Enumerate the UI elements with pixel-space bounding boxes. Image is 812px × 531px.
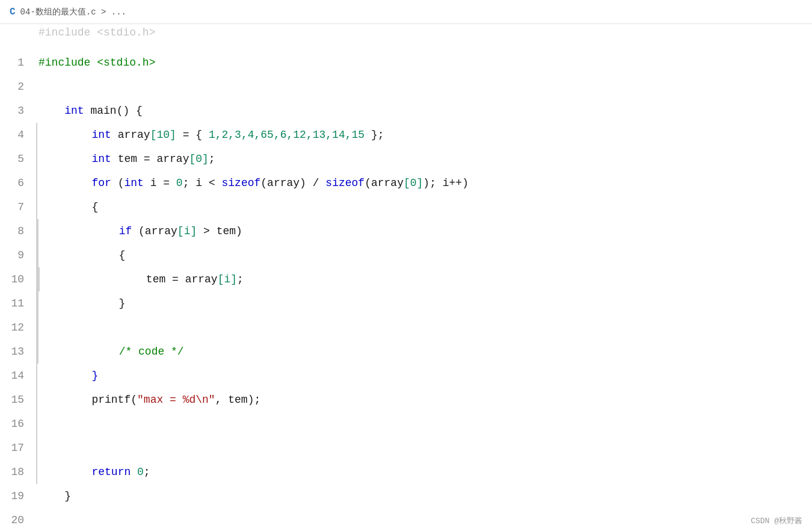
code-line: 1#include <stdio.h> xyxy=(0,51,812,75)
code-line: 9 { xyxy=(0,243,812,267)
line-number: 16 xyxy=(0,412,36,436)
code-area: #include <stdio.h> 1#include <stdio.h>23… xyxy=(0,24,812,531)
line-content: printf("max = %d\n", tem); xyxy=(37,388,260,412)
line-number: 4 xyxy=(0,123,36,147)
code-line: 12 xyxy=(0,315,812,340)
line-content: { xyxy=(37,195,98,219)
watermark: CSDN @秋野酱 xyxy=(751,515,802,526)
line-number: 20 xyxy=(0,508,36,531)
line-number: 11 xyxy=(0,291,36,315)
code-line: 6 for (int i = 0; i < sizeof(array) / si… xyxy=(0,171,812,195)
line-content: int array[10] = { 1,2,3,4,65,6,12,13,14,… xyxy=(37,123,384,147)
code-line: 4 int array[10] = { 1,2,3,4,65,6,12,13,1… xyxy=(0,123,812,147)
code-line: 20 xyxy=(0,508,812,531)
line-number: 6 xyxy=(0,171,36,195)
line-content: if (array[i] > tem) xyxy=(38,219,242,243)
c-language-icon: C xyxy=(10,7,16,17)
indent-bar xyxy=(36,436,37,460)
code-line: 3 int main() { xyxy=(0,99,812,123)
line-content: #include <stdio.h> xyxy=(36,51,155,75)
line-number: 3 xyxy=(0,99,36,123)
line-number: 13 xyxy=(0,340,36,364)
code-line: 16 xyxy=(0,412,812,436)
code-line-partial: #include <stdio.h> xyxy=(0,26,812,51)
line-number: 12 xyxy=(0,315,36,340)
breadcrumb: 04-数组的最大值.c > ... xyxy=(20,7,126,17)
line-number: 1 xyxy=(0,51,36,75)
line-number: 8 xyxy=(0,219,36,243)
code-line: 10 tem = array[i]; xyxy=(0,267,812,291)
line-number: 9 xyxy=(0,243,36,267)
line-number: 17 xyxy=(0,436,36,460)
line-content: } xyxy=(36,484,71,508)
line-number: 19 xyxy=(0,484,36,508)
code-line: 7 { xyxy=(0,195,812,219)
code-line: 2 xyxy=(0,75,812,99)
code-line: 5 int tem = array[0]; xyxy=(0,147,812,171)
line-number: 18 xyxy=(0,460,36,484)
line-content: return 0; xyxy=(37,460,150,484)
line-number: 15 xyxy=(0,388,36,412)
line-number: 14 xyxy=(0,364,36,388)
line-content: int main() { xyxy=(36,99,143,123)
line-number: 10 xyxy=(0,267,36,291)
line-content: } xyxy=(37,364,98,388)
code-line: 14 } xyxy=(0,364,812,388)
code-line: 13 /* code */ xyxy=(0,340,812,364)
line-number: 7 xyxy=(0,195,36,219)
line-content: int tem = array[0]; xyxy=(37,147,215,171)
line-number: 5 xyxy=(0,147,36,171)
code-line: 19 } xyxy=(0,484,812,508)
line-content: /* code */ xyxy=(38,340,184,364)
code-line: 8 if (array[i] > tem) xyxy=(0,219,812,243)
line-number: 2 xyxy=(0,75,36,99)
header: C 04-数组的最大值.c > ... xyxy=(0,0,812,24)
indent-bar xyxy=(37,315,38,340)
code-line: 15 printf("max = %d\n", tem); xyxy=(0,388,812,412)
indent-bar xyxy=(36,412,37,436)
code-line: 18 return 0; xyxy=(0,460,812,484)
line-content: { xyxy=(38,243,125,267)
line-content: tem = array[i]; xyxy=(40,267,244,291)
code-line: 17 xyxy=(0,436,812,460)
line-content: } xyxy=(38,291,125,315)
code-line: 11 } xyxy=(0,291,812,315)
line-content: for (int i = 0; i < sizeof(array) / size… xyxy=(37,171,469,195)
